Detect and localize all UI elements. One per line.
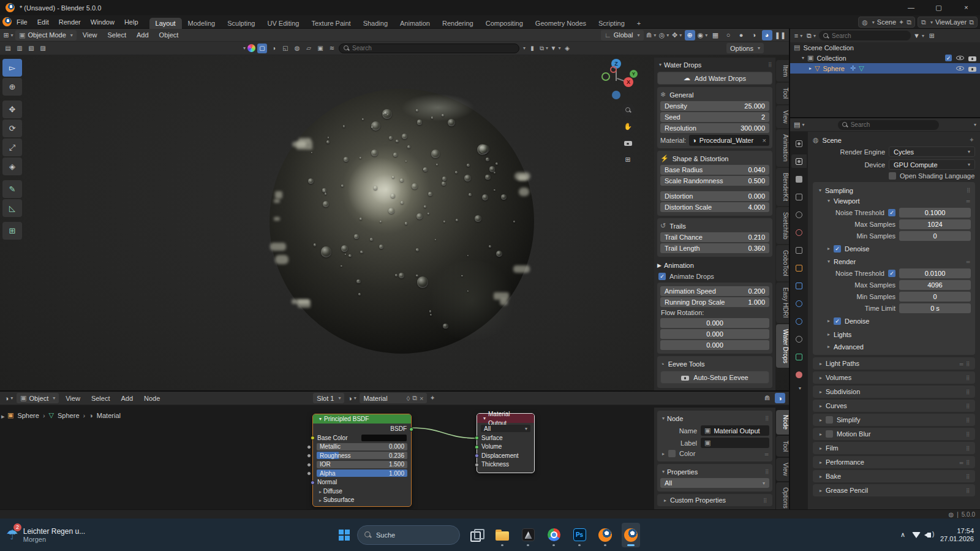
node-tab-view[interactable]: View: [776, 458, 789, 481]
node-label-field[interactable]: ▣: [701, 438, 769, 448]
distortion-slider[interactable]: Distortion0.000: [660, 191, 769, 201]
blender-active-app-button[interactable]: [622, 523, 640, 547]
workspace-tab-layout[interactable]: Layout: [149, 18, 182, 29]
minimize-button[interactable]: —: [897, 0, 925, 15]
asset-category-hdr-icon[interactable]: ◍: [292, 44, 302, 53]
start-button[interactable]: [339, 530, 350, 541]
section-light-paths[interactable]: ▸Light Paths⚌ ⣿: [813, 357, 975, 370]
section-volumes[interactable]: ▸Volumes⣿: [813, 371, 975, 384]
ior-slider[interactable]: IOR1.500: [317, 461, 407, 468]
tool-cursor[interactable]: ⊕: [2, 78, 22, 96]
blenderkit-logo-icon[interactable]: [247, 44, 255, 52]
tab-particles[interactable]: [791, 297, 807, 310]
disable-render-icon[interactable]: [968, 65, 976, 72]
clear-material-icon[interactable]: ×: [763, 137, 766, 144]
unlink-icon[interactable]: ×: [420, 395, 423, 402]
new-viewlayer-icon[interactable]: ⧉: [969, 18, 974, 26]
simplify-checkbox[interactable]: [826, 416, 833, 424]
base-color-swatch[interactable]: [361, 435, 407, 441]
axis-neg-z-ball[interactable]: [612, 91, 620, 99]
workspace-tab-compositing[interactable]: Compositing: [480, 18, 529, 29]
collapse-icon[interactable]: ▾: [659, 62, 662, 67]
snap-icon[interactable]: ⋒▾: [646, 30, 657, 40]
node-tab-tool[interactable]: Tool: [776, 436, 789, 457]
tab-object-data[interactable]: [791, 350, 807, 363]
collection-checkbox[interactable]: ✓: [945, 55, 952, 61]
workspace-tab-animation[interactable]: Animation: [394, 18, 436, 29]
viewport-noise-threshold-field[interactable]: 0.1000: [899, 208, 971, 218]
axis-x-ball[interactable]: X: [624, 77, 633, 87]
viewport-menu-add[interactable]: Add: [132, 31, 153, 39]
render-noise-threshold-field[interactable]: 0.0100: [899, 268, 971, 278]
roughness-slider[interactable]: Roughness0.236: [317, 452, 407, 459]
viewport-menu-object[interactable]: Object: [155, 31, 183, 39]
render-engine-dropdown[interactable]: Cycles▾: [889, 146, 975, 157]
material-output-node[interactable]: ▾Material Output All▾ Surface Volume Dis…: [477, 413, 535, 473]
shading-wireframe-icon[interactable]: ○: [723, 30, 734, 40]
render-noise-threshold-checkbox[interactable]: ✓: [888, 270, 895, 277]
outliner-filter-mode-icon[interactable]: ⧉▾: [806, 31, 816, 41]
flow-rotation-y[interactable]: 0.000: [660, 329, 769, 339]
fake-user-icon[interactable]: ◊: [407, 395, 410, 402]
workspace-tab-sculpting[interactable]: Sculpting: [221, 18, 261, 29]
sidebar-tab-water-drops[interactable]: Water Drops: [776, 324, 789, 368]
sphere-object-row[interactable]: ▸ ▽ Sphere ✢ ▽: [790, 63, 980, 74]
device-dropdown[interactable]: GPU Compute▾: [889, 159, 975, 170]
sidebar-tab-animation[interactable]: Animation: [776, 129, 789, 166]
asset-category-materials-icon[interactable]: ◑: [269, 44, 279, 53]
tool-add-cube[interactable]: ⊞: [2, 222, 22, 240]
filter-icon[interactable]: ▼▾: [551, 44, 560, 53]
flow-rotation-z[interactable]: 0.000: [660, 340, 769, 350]
hide-icon[interactable]: [956, 65, 964, 72]
menu-edit[interactable]: Edit: [32, 15, 54, 29]
viewport-denoise-header[interactable]: ▸✓Denoise: [826, 243, 971, 254]
editor-type-icon[interactable]: ⊞▾: [3, 30, 13, 40]
workspace-tab-uv-editing[interactable]: UV Editing: [261, 18, 305, 29]
viewport-menu-select[interactable]: Select: [103, 31, 130, 39]
affinity-app-button[interactable]: [519, 523, 537, 547]
volume-icon[interactable]: [927, 533, 931, 538]
scene-selector[interactable]: ◍▾ Scene ✦ ⧉: [858, 17, 915, 28]
viewport-max-samples-field[interactable]: 1024: [899, 219, 971, 229]
options-icon[interactable]: ▾: [974, 122, 976, 127]
tab-constraints[interactable]: [791, 332, 807, 346]
sidebar-tab-tool[interactable]: Tool: [776, 83, 789, 104]
outliner-search[interactable]: [819, 31, 911, 40]
tool-scale[interactable]: ⤢: [2, 139, 22, 156]
workspace-tab-texture-paint[interactable]: Texture Paint: [305, 18, 356, 29]
slot-dropdown[interactable]: Slot 1▾: [313, 393, 344, 403]
disable-render-icon[interactable]: [968, 55, 976, 62]
material-name-field[interactable]: Material ◊ ⧉ ×: [360, 393, 427, 403]
tab-scene[interactable]: [791, 208, 807, 221]
node-menu-add[interactable]: Add: [116, 395, 137, 402]
advanced-header[interactable]: ▸Advanced: [826, 341, 971, 352]
bookmark-icon[interactable]: ▮: [527, 44, 537, 53]
collapse-assetbar-icon[interactable]: ▾: [243, 45, 246, 51]
sidebar-tab-sketchfab[interactable]: Sketchfab: [776, 207, 789, 244]
shading-material-icon[interactable]: ◑: [749, 30, 760, 40]
pan-icon[interactable]: ✋: [621, 120, 635, 133]
bsdf-output-socket[interactable]: [409, 427, 413, 431]
render-denoise-header[interactable]: ▸✓Denoise: [826, 316, 971, 326]
resolution-slider[interactable]: Resolution300.000: [660, 123, 769, 133]
tab-tool[interactable]: [791, 137, 807, 150]
trail-chance-slider[interactable]: Trail Chance0.210: [660, 232, 769, 242]
tab-world[interactable]: [791, 226, 807, 239]
region-expand-icon[interactable]: ▸: [1, 412, 5, 420]
material-browse-icon[interactable]: ◑▾: [347, 393, 357, 403]
node-menu-view[interactable]: View: [61, 395, 85, 402]
scene-collection-row[interactable]: ▤ Scene Collection: [790, 42, 980, 53]
properties-target-dropdown[interactable]: All▾: [660, 478, 769, 488]
drag-dots-icon[interactable]: ⣿: [768, 62, 772, 67]
menu-file[interactable]: File: [12, 15, 32, 29]
paste-attr-icon[interactable]: ▨: [38, 44, 48, 53]
modifier-badge-icon[interactable]: ✢: [850, 64, 856, 72]
section-motion-blur[interactable]: ▸Motion Blur⣿: [813, 428, 975, 440]
render-min-samples-field[interactable]: 0: [899, 292, 971, 302]
presets-icon[interactable]: ⚌: [966, 198, 971, 203]
viewport-menu-view[interactable]: View: [78, 31, 102, 39]
surface-socket[interactable]: [475, 436, 479, 440]
section-film[interactable]: ▸Film⣿: [813, 442, 975, 454]
sampling-render-header[interactable]: ▾Render⚌: [826, 256, 971, 267]
density-slider[interactable]: Density25.000: [660, 101, 769, 111]
